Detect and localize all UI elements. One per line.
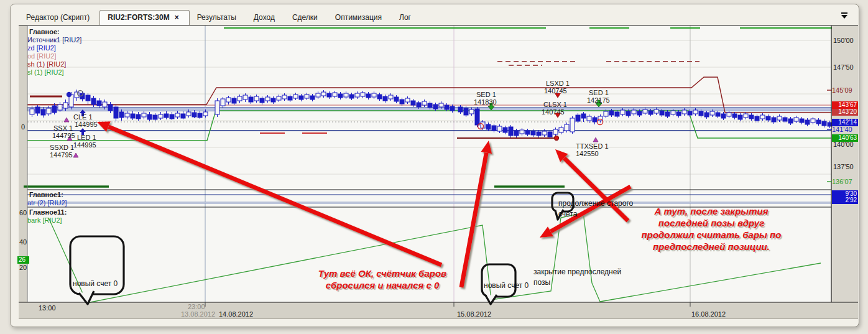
candlestick <box>649 111 653 114</box>
candlestick <box>660 111 664 115</box>
candlestick <box>632 110 636 114</box>
candlestick <box>621 110 625 114</box>
price-tick-label: 150'00 <box>833 37 854 44</box>
candlestick <box>693 110 698 114</box>
time-label: 16.08.2012 <box>691 310 726 318</box>
candlestick <box>445 105 449 109</box>
callout-text: продолжение старого <box>558 198 633 209</box>
candlestick <box>654 109 658 113</box>
candlestick <box>91 98 96 104</box>
candlestick <box>581 114 586 118</box>
candlestick <box>604 111 608 116</box>
candlestick <box>492 126 496 131</box>
candlestick <box>260 98 264 103</box>
candlestick <box>788 119 793 123</box>
trade-label: LED 1 <box>77 134 96 141</box>
legend-title-bark: Главное11: <box>29 208 67 216</box>
candlestick <box>637 111 642 115</box>
left-axis-label: 20 <box>19 264 27 271</box>
candlestick <box>615 112 619 116</box>
candlestick <box>377 95 382 99</box>
candlestick <box>665 112 670 116</box>
app-stage: Редактор (Скрипт)RIU2:FORTS:30M×Результа… <box>0 0 868 334</box>
candlestick <box>372 93 376 97</box>
candlestick <box>86 95 90 101</box>
callout-text: новый счет 0 <box>484 281 529 291</box>
candlestick <box>170 114 174 119</box>
annotation-red-note: Тут всё ОК, счётчик баровсбросился и нач… <box>308 267 457 291</box>
time-label: 13:00 <box>39 304 56 312</box>
candlestick <box>63 103 68 108</box>
trade-label: 140745 <box>544 87 567 95</box>
candlestick <box>293 95 298 98</box>
candlestick <box>310 96 315 100</box>
trade-label: LSXD 1 <box>546 80 570 87</box>
candlestick <box>327 93 331 97</box>
candlestick <box>565 124 569 131</box>
candlestick <box>794 118 798 121</box>
candlestick <box>422 101 427 105</box>
candlestick <box>542 131 547 135</box>
candlestick <box>203 112 208 116</box>
candlestick <box>503 128 507 132</box>
candlestick <box>405 98 410 102</box>
legend-item: od [RIU2] <box>27 52 56 60</box>
candlestick <box>816 120 821 124</box>
candlestick <box>153 115 157 119</box>
candlestick <box>58 104 62 110</box>
price-badge: 140'63 <box>832 134 858 142</box>
trade-label: 144795 <box>50 151 73 159</box>
price-badge: 2'92 <box>832 197 858 204</box>
trade-label: 142550 <box>576 150 599 157</box>
candlestick <box>30 109 34 114</box>
candlestick <box>486 124 491 129</box>
left-axis-badge: 26 <box>17 256 29 264</box>
candlestick <box>704 113 709 117</box>
candlestick <box>417 103 421 107</box>
price-badge: 143'67 <box>832 101 858 109</box>
price-badge: 142'14 <box>832 119 858 126</box>
trade-label: 144995 <box>73 141 96 149</box>
trade-label: 141830 <box>474 98 497 106</box>
candlestick <box>576 115 580 121</box>
legend-item: zd [RIU2] <box>27 44 56 52</box>
candlestick <box>682 110 686 114</box>
candlestick <box>192 113 196 117</box>
candlestick <box>254 96 259 101</box>
callout-text: счета <box>558 209 577 220</box>
callout-text: закрытие предпоследней <box>533 267 621 277</box>
signal-circle-marker <box>67 93 72 97</box>
candlestick <box>676 112 681 116</box>
candlestick <box>35 107 40 113</box>
candlestick <box>559 128 563 132</box>
candlestick <box>265 97 270 101</box>
candlestick <box>361 93 365 96</box>
candlestick <box>52 106 57 113</box>
candlestick <box>159 114 163 118</box>
legend-title-atr: Главное1: <box>29 191 63 198</box>
candlestick <box>433 104 438 109</box>
candlestick <box>548 132 552 137</box>
candlestick <box>238 96 242 101</box>
candlestick <box>142 113 146 117</box>
price-tick-label: 137'50 <box>833 163 854 170</box>
candlestick <box>727 113 731 116</box>
legend-title-main: Главное: <box>29 28 60 35</box>
candlestick <box>428 103 432 108</box>
candlestick <box>243 95 247 100</box>
trade-label: TTXSED 1 <box>576 142 609 150</box>
candlestick <box>811 119 815 123</box>
candlestick <box>626 111 630 116</box>
candlestick <box>175 113 180 117</box>
candlestick <box>783 118 787 121</box>
candlestick <box>355 93 359 97</box>
candlestick <box>514 131 519 136</box>
candlestick <box>338 94 343 98</box>
candlestick <box>321 92 326 96</box>
candlestick <box>147 114 152 119</box>
candlestick <box>777 116 782 120</box>
callout-text: новый счет 0 <box>73 279 118 289</box>
trade-label: SED 1 <box>589 89 609 96</box>
candlestick <box>119 112 124 118</box>
candlestick <box>531 131 535 135</box>
